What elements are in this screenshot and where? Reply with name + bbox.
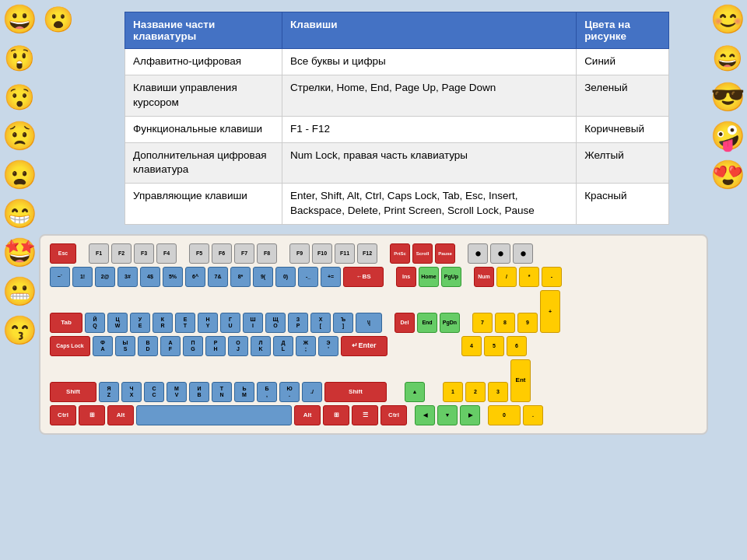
e-key[interactable]: УE xyxy=(130,313,150,333)
rbracket-key[interactable]: Ъ] xyxy=(333,313,353,333)
up-arrow-key[interactable]: ▲ xyxy=(405,382,425,402)
num-dot-key[interactable]: . xyxy=(523,405,543,425)
insert-key[interactable]: Ins xyxy=(396,267,416,287)
num8-key[interactable]: 8 xyxy=(495,313,515,333)
rwin-key[interactable]: ⊞ xyxy=(323,405,349,425)
end-key[interactable]: End xyxy=(417,313,437,333)
f5-key[interactable]: F5 xyxy=(189,243,209,264)
lctrl-key[interactable]: Ctrl xyxy=(50,405,76,425)
equals-key[interactable]: += xyxy=(321,267,341,287)
prtsc-key[interactable]: PrtSc xyxy=(390,243,410,264)
comma-key[interactable]: Б, xyxy=(257,382,277,402)
w-key[interactable]: ЦW xyxy=(107,313,128,333)
z-key[interactable]: ЯZ xyxy=(99,382,119,402)
backslash-key[interactable]: \| xyxy=(356,313,382,333)
lbracket-key[interactable]: Х[ xyxy=(310,313,331,333)
num3-key[interactable]: 3 xyxy=(488,382,508,402)
j-key[interactable]: ОJ xyxy=(228,336,248,356)
right-arrow-key[interactable]: ▶ xyxy=(460,405,480,425)
pause-key[interactable]: Pause xyxy=(435,243,455,264)
num1-key[interactable]: 1 xyxy=(443,382,463,402)
f12-key[interactable]: F12 xyxy=(357,243,377,264)
f2-key[interactable]: F2 xyxy=(111,243,132,264)
num6-key[interactable]: 6 xyxy=(507,336,527,356)
q-key[interactable]: ЙQ xyxy=(85,313,105,333)
f1-key[interactable]: F1 xyxy=(89,243,109,264)
y-key[interactable]: НY xyxy=(198,313,218,333)
rshift-key[interactable]: Shift xyxy=(324,382,387,402)
space-key[interactable] xyxy=(136,405,292,425)
down-arrow-key[interactable]: ▼ xyxy=(437,405,458,425)
8-key[interactable]: 8* xyxy=(230,267,251,287)
f3-key[interactable]: F3 xyxy=(134,243,154,264)
rctrl-key[interactable]: Ctrl xyxy=(381,405,407,425)
s-key[interactable]: ЫS xyxy=(115,336,135,356)
t-key[interactable]: ЕT xyxy=(175,313,195,333)
x-key[interactable]: ЧX xyxy=(121,382,142,402)
u-key[interactable]: ГU xyxy=(220,313,240,333)
h-key[interactable]: РH xyxy=(205,336,226,356)
k-key[interactable]: ЛK xyxy=(251,336,271,356)
5-key[interactable]: 5% xyxy=(163,267,183,287)
lwin-key[interactable]: ⊞ xyxy=(79,405,105,425)
menu-key[interactable]: ☰ xyxy=(352,405,378,425)
i-key[interactable]: ШI xyxy=(243,313,263,333)
p-key[interactable]: ЗP xyxy=(288,313,308,333)
lshift-key[interactable]: Shift xyxy=(50,382,96,402)
ralt-key[interactable]: Alt xyxy=(294,405,321,425)
num5-key[interactable]: 5 xyxy=(484,336,504,356)
num7-key[interactable]: 7 xyxy=(472,313,493,333)
f9-key[interactable]: F9 xyxy=(289,243,310,264)
numpad-star[interactable]: * xyxy=(519,267,539,287)
left-arrow-key[interactable]: ◀ xyxy=(415,405,435,425)
num2-key[interactable]: 2 xyxy=(465,382,486,402)
num4-key[interactable]: 4 xyxy=(461,336,482,356)
numpad-slash[interactable]: / xyxy=(496,267,517,287)
f-key[interactable]: АF xyxy=(160,336,181,356)
enter-key[interactable]: ↵Enter xyxy=(341,336,388,356)
2-key[interactable]: 2@ xyxy=(95,267,115,287)
o-key[interactable]: ЩO xyxy=(265,313,286,333)
numlock-key[interactable]: Num xyxy=(474,267,494,287)
l-key[interactable]: ДL xyxy=(273,336,293,356)
num9-key[interactable]: 9 xyxy=(517,313,538,333)
4-key[interactable]: 4$ xyxy=(140,267,160,287)
minus-key[interactable]: -_ xyxy=(298,267,318,287)
numpad-enter[interactable]: Ent xyxy=(510,359,531,402)
0-key[interactable]: 0) xyxy=(275,267,296,287)
backtick-key[interactable]: ~` xyxy=(50,267,70,287)
semicolon-key[interactable]: Ж; xyxy=(296,336,316,356)
1-key[interactable]: 1! xyxy=(72,267,93,287)
g-key[interactable]: ПG xyxy=(183,336,203,356)
3-key[interactable]: 3# xyxy=(117,267,138,287)
capslock-key[interactable]: Caps Lock xyxy=(50,336,90,356)
f7-key[interactable]: F7 xyxy=(234,243,254,264)
numpad-minus[interactable]: - xyxy=(542,267,562,287)
b-key[interactable]: ИB xyxy=(189,382,209,402)
6-key[interactable]: 6^ xyxy=(185,267,205,287)
n-key[interactable]: ТN xyxy=(212,382,232,402)
c-key[interactable]: СC xyxy=(144,382,164,402)
scroll-key[interactable]: Scroll xyxy=(412,243,433,264)
delete-key[interactable]: Del xyxy=(395,313,415,333)
f6-key[interactable]: F6 xyxy=(212,243,232,264)
esc-key[interactable]: Esc xyxy=(50,243,76,264)
7-key[interactable]: 7& xyxy=(208,267,228,287)
quote-key[interactable]: Э' xyxy=(318,336,338,356)
v-key[interactable]: МV xyxy=(167,382,187,402)
a-key[interactable]: ФA xyxy=(93,336,113,356)
period-key[interactable]: Ю. xyxy=(279,382,300,402)
lalt-key[interactable]: Alt xyxy=(107,405,134,425)
num0-key[interactable]: 0 xyxy=(488,405,521,425)
pgdn-key[interactable]: PgDn xyxy=(440,313,460,333)
home-key[interactable]: Home xyxy=(419,267,439,287)
f10-key[interactable]: F10 xyxy=(312,243,332,264)
backspace-key[interactable]: ←BS xyxy=(343,267,384,287)
f8-key[interactable]: F8 xyxy=(257,243,277,264)
9-key[interactable]: 9( xyxy=(253,267,273,287)
r-key[interactable]: КR xyxy=(153,313,173,333)
slash-key[interactable]: ./ xyxy=(302,382,322,402)
pgup-key[interactable]: PgUp xyxy=(441,267,461,287)
tab-key[interactable]: Tab xyxy=(50,313,82,333)
f4-key[interactable]: F4 xyxy=(156,243,177,264)
